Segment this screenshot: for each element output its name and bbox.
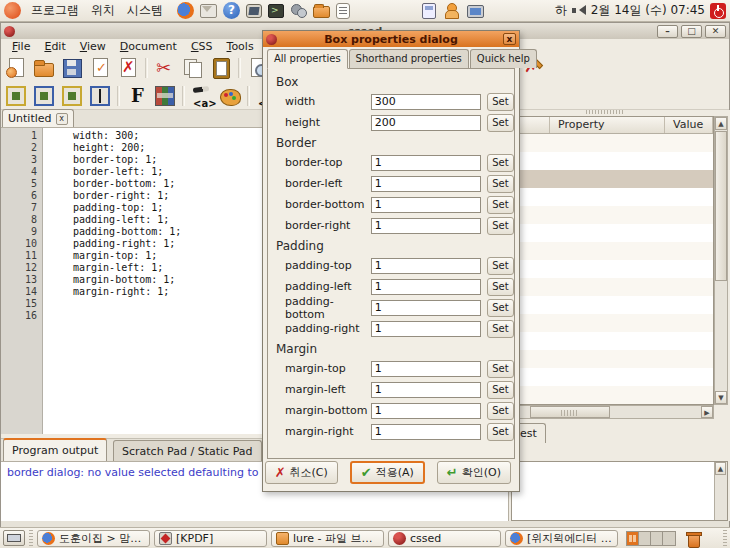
- field-input[interactable]: [371, 300, 481, 316]
- field-input[interactable]: [371, 279, 481, 295]
- vertical-scrollbar[interactable]: ▲: [714, 462, 727, 520]
- dialog-tab[interactable]: Shorthand properties: [349, 49, 469, 68]
- scroll-right-icon[interactable]: ▶: [701, 406, 713, 418]
- set-button[interactable]: Set: [487, 114, 514, 132]
- table-row[interactable]: background-attachment: [510, 224, 713, 242]
- panel-detail-box[interactable]: ▲: [511, 461, 728, 521]
- field-input[interactable]: [371, 197, 481, 213]
- toolbar-button[interactable]: [210, 57, 232, 79]
- power-button-icon[interactable]: [710, 3, 726, 19]
- show-desktop-button[interactable]: [3, 530, 25, 546]
- set-button[interactable]: Set: [487, 257, 514, 275]
- menu-item[interactable]: Edit: [37, 40, 72, 53]
- tab-program-output[interactable]: Program output: [3, 438, 107, 461]
- ubuntu-logo-icon[interactable]: [4, 2, 21, 19]
- table-row[interactable]: background-color: [510, 242, 713, 260]
- taskbar-window-button[interactable]: lure - 파일 브라우저: [271, 530, 384, 547]
- taskbar-window-button[interactable]: [KPDF]: [154, 530, 267, 547]
- table-row[interactable]: background-image: [510, 260, 713, 278]
- vertical-scrollbar[interactable]: ▲ ▼: [714, 116, 728, 405]
- ime-indicator[interactable]: 하: [555, 2, 567, 19]
- editor-tab-untitled[interactable]: Untitled x: [2, 109, 74, 127]
- scrollbar-thumb[interactable]: [530, 406, 610, 418]
- volume-icon[interactable]: [572, 4, 586, 17]
- dialog-button[interactable]: 취소(C): [265, 461, 338, 484]
- table-row[interactable]: (backgrou: [510, 188, 713, 206]
- launcher-icon[interactable]: [223, 2, 240, 19]
- launcher-icon[interactable]: [290, 3, 307, 18]
- field-input[interactable]: [371, 155, 481, 171]
- minimize-button[interactable]: –: [657, 25, 678, 38]
- field-input[interactable]: [371, 115, 481, 131]
- toolbar-button[interactable]: [126, 85, 148, 107]
- top-panel-menu[interactable]: 프로그램: [25, 0, 85, 21]
- property-table[interactable]: Property Value azimuth: [509, 116, 714, 405]
- tab-close-icon[interactable]: x: [56, 113, 68, 125]
- dialog-titlebar[interactable]: Box properties dialog x: [263, 31, 519, 47]
- set-button[interactable]: Set: [487, 360, 514, 378]
- set-button[interactable]: Set: [487, 423, 514, 441]
- toolbar-button[interactable]: [5, 57, 27, 79]
- workspace-switcher[interactable]: [626, 531, 676, 546]
- menu-item[interactable]: View: [73, 40, 113, 53]
- scroll-up-icon[interactable]: ▲: [715, 462, 726, 475]
- scroll-up-icon[interactable]: ▲: [715, 117, 727, 130]
- column-header-property[interactable]: Property: [550, 117, 665, 133]
- toolbar-button[interactable]: [154, 57, 176, 79]
- set-button[interactable]: Set: [487, 381, 514, 399]
- taskbar-window-button[interactable]: 도훈이집 > 맘데로...: [37, 530, 150, 547]
- tray-app-icon[interactable]: [444, 3, 459, 19]
- tab-scratch-pad[interactable]: Scratch Pad / Static Pad: [113, 440, 262, 461]
- set-button[interactable]: Set: [487, 93, 514, 111]
- maximize-button[interactable]: □: [681, 25, 702, 38]
- launcher-icon[interactable]: [336, 3, 350, 19]
- taskbar-window-button[interactable]: [위지윅에디터 - Goo...: [505, 530, 618, 547]
- launcher-icon[interactable]: [268, 4, 284, 18]
- table-row[interactable]: background-repeat: [510, 296, 713, 314]
- panel-handle[interactable]: [723, 530, 727, 546]
- field-input[interactable]: [371, 258, 481, 274]
- top-panel-menu[interactable]: 위치: [85, 0, 121, 21]
- set-button[interactable]: Set: [487, 278, 514, 296]
- toolbar-button[interactable]: [33, 85, 55, 107]
- toolbar-button[interactable]: [154, 85, 176, 107]
- launcher-icon[interactable]: [177, 2, 194, 19]
- top-panel-menu[interactable]: 시스템: [121, 0, 169, 21]
- field-input[interactable]: [371, 218, 481, 234]
- tray-app-icon[interactable]: [467, 5, 484, 18]
- table-row[interactable]: azimuth: [510, 152, 713, 170]
- tray-app-icon[interactable]: [422, 3, 436, 19]
- table-row[interactable]: inherit: [510, 206, 713, 224]
- set-button[interactable]: Set: [487, 196, 514, 214]
- horizontal-scrollbar[interactable]: ▶: [509, 405, 714, 419]
- field-input[interactable]: [371, 361, 481, 377]
- table-row[interactable]: border-spacing: [510, 368, 713, 386]
- toolbar-button[interactable]: [89, 57, 111, 79]
- set-button[interactable]: Set: [487, 217, 514, 235]
- field-input[interactable]: [371, 321, 481, 337]
- table-row[interactable]: border-collapse: [510, 332, 713, 350]
- set-button[interactable]: Set: [487, 154, 514, 172]
- scroll-down-icon[interactable]: ▼: [715, 391, 727, 404]
- table-row[interactable]: border-style: [510, 386, 713, 404]
- toolbar-button[interactable]: [182, 57, 204, 79]
- workspace-3[interactable]: [651, 532, 663, 545]
- toolbar-button[interactable]: [247, 86, 250, 106]
- dialog-tab[interactable]: Quick help: [470, 49, 537, 68]
- toolbar-button[interactable]: [219, 85, 241, 107]
- set-button[interactable]: Set: [487, 175, 514, 193]
- panel-handle[interactable]: [29, 530, 33, 546]
- table-row[interactable]: border: [510, 314, 713, 332]
- field-input[interactable]: [371, 403, 481, 419]
- dialog-close-icon[interactable]: x: [503, 33, 516, 45]
- menu-item[interactable]: Document: [113, 40, 184, 53]
- toolbar-button[interactable]: [33, 57, 55, 79]
- toolbar-button[interactable]: [5, 85, 27, 107]
- table-row[interactable]: background: [510, 170, 713, 188]
- table-row[interactable]: [510, 134, 713, 152]
- launcher-icon[interactable]: [200, 4, 217, 18]
- field-input[interactable]: [371, 382, 481, 398]
- field-input[interactable]: [371, 176, 481, 192]
- workspace-2[interactable]: [639, 532, 651, 545]
- clock[interactable]: 2월 14일 (수) 07:45: [591, 2, 705, 19]
